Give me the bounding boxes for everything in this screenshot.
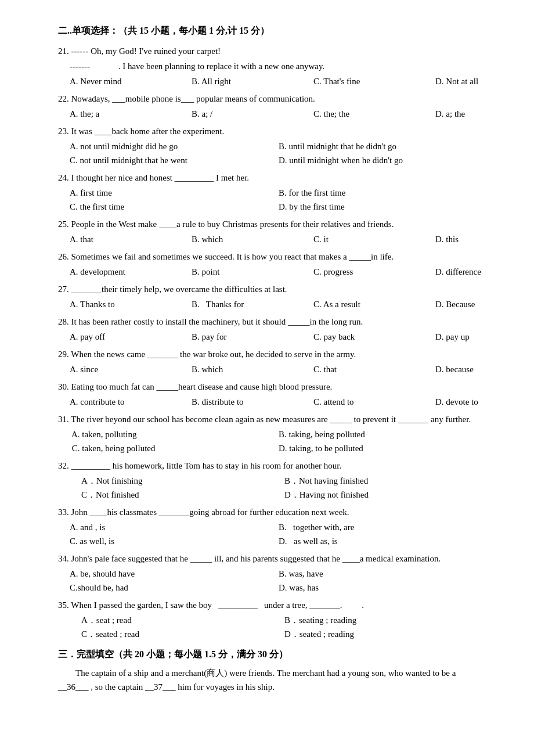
- q27-options: A. Thanks to B. Thanks for C. As a resul…: [70, 297, 488, 311]
- q34-text: 34. John's pale face suggested that he _…: [58, 552, 488, 566]
- q21-opt-b: B. All right: [192, 74, 296, 88]
- q35-opt-a: A．seat ; read: [81, 613, 284, 627]
- q23-opt-d: D. until midnight when he didn't go: [279, 153, 488, 167]
- q30-options: A. contribute to B. distribute to C. att…: [70, 395, 488, 409]
- q32-options: A．Not finishing B．Not having finished C．…: [81, 474, 488, 502]
- q25-opt-c: C. it: [313, 232, 418, 246]
- q33-opt-c: C. as well, is: [70, 534, 279, 548]
- q24-options: A. first time B. for the first time C. t…: [70, 186, 488, 214]
- q35-opt-d: D．seated ; reading: [284, 627, 488, 641]
- q22-options: A. the; a B. a; / C. the; the D. a; the: [70, 107, 488, 121]
- q31-opt-c: C. taken, being polluted: [70, 441, 279, 455]
- q35-options: A．seat ; read B．seating ; reading C．seat…: [81, 613, 488, 641]
- q33-opt-d: D. as well as, is: [279, 534, 488, 548]
- q26-text: 26. Sometimes we fail and sometimes we s…: [58, 250, 488, 264]
- q28-opt-d: D. pay up: [435, 330, 534, 344]
- q32-opt-a: A．Not finishing: [81, 474, 284, 488]
- q22-text: 22. Nowadays, ___mobile phone is___ popu…: [58, 92, 488, 106]
- q21-options: A. Never mind B. All right C. That's fin…: [70, 74, 488, 88]
- question-34: 34. John's pale face suggested that he _…: [58, 552, 488, 595]
- q30-opt-d: D. devote to: [435, 395, 534, 409]
- q30-opt-b: B. distribute to: [192, 395, 296, 409]
- q26-opt-b: B. point: [192, 265, 296, 279]
- q25-opt-b: B. which: [192, 232, 296, 246]
- question-33: 33. John ____his classmates _______going…: [58, 505, 488, 548]
- question-35: 35. When I passed the garden, I saw the …: [58, 598, 488, 641]
- q24-text: 24. I thought her nice and honest ______…: [58, 171, 488, 185]
- q29-opt-b: B. which: [192, 362, 296, 376]
- question-25: 25. People in the West make ____a rule t…: [58, 217, 488, 246]
- q23-opt-c: C. not until midnight that he went: [70, 153, 279, 167]
- q31-opt-d: D. taking, to be polluted: [279, 441, 488, 455]
- q27-opt-d: D. Because: [435, 297, 534, 311]
- section2-title: 二..单项选择：（共 15 小题，每小题 1 分,计 15 分）: [58, 23, 488, 38]
- q21-text: 21. ------ Oh, my God! I've ruined your …: [58, 44, 488, 58]
- q31-options: A. taken, polluting B. taking, being pol…: [70, 427, 488, 455]
- q33-options: A. and , is B. together with, are C. as …: [70, 520, 488, 548]
- question-31: 31. The river beyond our school has beco…: [58, 412, 488, 455]
- q28-options: A. pay off B. pay for C. pay back D. pay…: [70, 330, 488, 344]
- q27-text: 27. _______their timely help, we overcam…: [58, 282, 488, 296]
- q33-opt-b: B. together with, are: [279, 520, 488, 534]
- q26-opt-d: D. difference: [435, 265, 534, 279]
- q28-opt-b: B. pay for: [192, 330, 296, 344]
- question-32: 32. _________ his homework, little Tom h…: [58, 459, 488, 502]
- question-22: 22. Nowadays, ___mobile phone is___ popu…: [58, 92, 488, 121]
- q22-opt-a: A. the; a: [70, 107, 174, 121]
- q23-opt-a: A. not until midnight did he go: [70, 139, 279, 153]
- section3-para: The captain of a ship and a merchant(商人)…: [58, 666, 488, 694]
- q28-opt-a: A. pay off: [70, 330, 174, 344]
- question-26: 26. Sometimes we fail and sometimes we s…: [58, 250, 488, 279]
- q26-opt-a: A. development: [70, 265, 174, 279]
- q34-opt-c: C.should be, had: [70, 581, 279, 595]
- q32-opt-b: B．Not having finished: [284, 474, 488, 488]
- q35-opt-b: B．seating ; reading: [284, 613, 488, 627]
- q22-opt-b: B. a; /: [192, 107, 296, 121]
- q34-opt-b: B. was, have: [279, 567, 488, 581]
- q35-text: 35. When I passed the garden, I saw the …: [58, 598, 488, 612]
- question-23: 23. It was ____back home after the exper…: [58, 124, 488, 167]
- q28-text: 28. It has been rather costly to install…: [58, 315, 488, 329]
- q30-text: 30. Eating too much fat can _____heart d…: [58, 380, 488, 394]
- q33-text: 33. John ____his classmates _______going…: [58, 505, 488, 519]
- question-21: 21. ------ Oh, my God! I've ruined your …: [58, 44, 488, 88]
- q25-options: A. that B. which C. it D. this: [70, 232, 488, 246]
- question-24: 24. I thought her nice and honest ______…: [58, 171, 488, 214]
- q24-opt-c: C. the first time: [70, 200, 279, 214]
- q24-opt-b: B. for the first time: [279, 186, 488, 200]
- q23-options: A. not until midnight did he go B. until…: [70, 139, 488, 167]
- q24-opt-a: A. first time: [70, 186, 279, 200]
- q31-opt-a: A. taken, polluting: [70, 427, 279, 441]
- q27-opt-a: A. Thanks to: [70, 297, 174, 311]
- q28-opt-c: C. pay back: [313, 330, 418, 344]
- q32-opt-c: C．Not finished: [81, 488, 284, 502]
- q24-opt-d: D. by the first time: [279, 200, 488, 214]
- question-28: 28. It has been rather costly to install…: [58, 315, 488, 344]
- q29-text: 29. When the news came _______ the war b…: [58, 347, 488, 361]
- q26-options: A. development B. point C. progress D. d…: [70, 265, 488, 279]
- q34-opt-a: A. be, should have: [70, 567, 279, 581]
- q35-opt-c: C．seated ; read: [81, 627, 284, 641]
- q27-opt-c: C. As a result: [313, 297, 418, 311]
- q29-options: A. since B. which C. that D. because: [70, 362, 488, 376]
- q33-opt-a: A. and , is: [70, 520, 279, 534]
- q25-opt-a: A. that: [70, 232, 174, 246]
- q32-opt-d: D．Having not finished: [284, 488, 488, 502]
- q21-opt-a: A. Never mind: [70, 74, 174, 88]
- q23-text: 23. It was ____back home after the exper…: [58, 124, 488, 138]
- section3-title: 三．完型填空（共 20 小题；每小题 1.5 分，满分 30 分）: [58, 647, 488, 662]
- q30-opt-a: A. contribute to: [70, 395, 174, 409]
- q30-opt-c: C. attend to: [313, 395, 418, 409]
- q29-opt-a: A. since: [70, 362, 174, 376]
- question-27: 27. _______their timely help, we overcam…: [58, 282, 488, 311]
- q21-opt-d: D. Not at all: [435, 74, 534, 88]
- q21-text2: ------- . I have been planning to replac…: [70, 59, 488, 73]
- question-29: 29. When the news came _______ the war b…: [58, 347, 488, 376]
- q25-text: 25. People in the West make ____a rule t…: [58, 217, 488, 231]
- q26-opt-c: C. progress: [313, 265, 418, 279]
- q27-opt-b: B. Thanks for: [192, 297, 296, 311]
- q29-opt-d: D. because: [435, 362, 534, 376]
- q34-opt-d: D. was, has: [279, 581, 488, 595]
- q23-opt-b: B. until midnight that he didn't go: [279, 139, 488, 153]
- q22-opt-c: C. the; the: [313, 107, 418, 121]
